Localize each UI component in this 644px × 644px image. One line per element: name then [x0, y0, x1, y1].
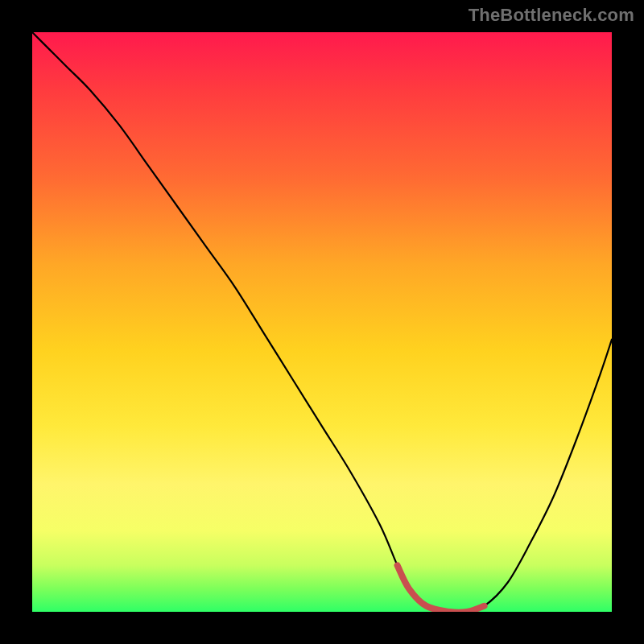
- chart-frame: TheBottleneck.com: [0, 0, 644, 644]
- optimal-segment: [398, 565, 485, 612]
- curve-path: [32, 32, 612, 612]
- bottleneck-curve: [32, 32, 612, 612]
- watermark-text: TheBottleneck.com: [469, 5, 634, 26]
- plot-area: [32, 32, 612, 612]
